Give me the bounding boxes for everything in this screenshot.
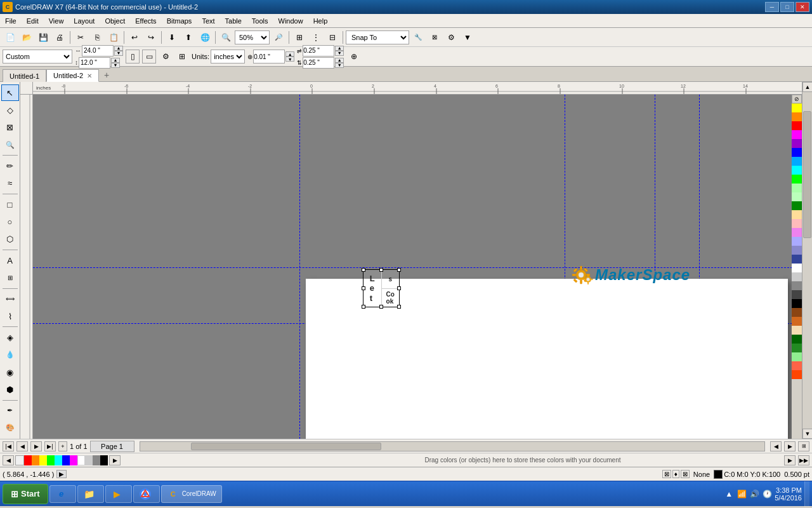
snap-btn[interactable]: 🔧 — [410, 30, 426, 45]
palette-purple[interactable] — [792, 139, 802, 148]
snap-indicator-3[interactable]: ⊠ — [681, 470, 690, 478]
dup-v-up[interactable]: ▲ — [335, 58, 344, 63]
table-tool[interactable]: ⊞ — [1, 269, 19, 286]
add-page-btn[interactable]: + — [58, 441, 67, 451]
taskbar-media[interactable]: ▶ — [105, 485, 132, 503]
palette-lightgray[interactable] — [792, 272, 802, 281]
taskbar-explorer[interactable]: 📁 — [77, 485, 104, 503]
handle-bl[interactable] — [362, 305, 365, 309]
eyedrop-tool[interactable]: 💧 — [1, 347, 19, 363]
menu-bitmaps[interactable]: Bitmaps — [162, 14, 197, 28]
copy-button[interactable]: ⎘ — [89, 30, 105, 45]
polygon-tool[interactable]: ⬡ — [1, 231, 19, 248]
scroll-track-v[interactable] — [802, 92, 812, 429]
tab-add-button[interactable]: + — [100, 69, 113, 81]
palette-forestgreen[interactable] — [792, 344, 802, 352]
width-up[interactable]: ▲ — [114, 46, 123, 51]
view-full-btn[interactable]: ⊞ — [292, 30, 307, 45]
portrait-btn[interactable]: ▯ — [126, 50, 140, 64]
h-scroll-thumb[interactable] — [191, 443, 381, 450]
palette-black[interactable] — [792, 299, 802, 308]
page-name-btn[interactable]: Page 1 — [90, 441, 134, 452]
shape-tool[interactable]: ◇ — [1, 102, 19, 118]
h-white[interactable] — [77, 455, 85, 465]
palette-brown[interactable] — [792, 308, 802, 317]
cut-button[interactable]: ✂ — [73, 30, 88, 45]
dup-v-down[interactable]: ▼ — [335, 63, 344, 68]
palette-darkgreen[interactable] — [792, 201, 802, 210]
palette-darkgray[interactable] — [792, 290, 802, 299]
palette-chocolate[interactable] — [792, 317, 802, 326]
snap-indicator-2[interactable]: ♦ — [672, 470, 679, 478]
paste-button[interactable]: 📋 — [106, 30, 121, 45]
handle-mr[interactable] — [397, 286, 401, 290]
outline-tool[interactable]: ✒ — [1, 402, 19, 418]
menu-view[interactable]: View — [44, 14, 69, 28]
palette-scroll-right[interactable]: ▶ — [109, 455, 121, 465]
ellipse-tool[interactable]: ○ — [1, 213, 19, 230]
h-gray[interactable] — [93, 455, 100, 465]
palette-pink[interactable] — [792, 219, 802, 228]
zoom-tool[interactable]: 🔍 — [1, 137, 19, 153]
print-button[interactable]: 🖨 — [52, 30, 67, 45]
h-orange[interactable] — [32, 455, 39, 465]
canvas-area[interactable]: inches -8 -6 -4 -2 0 2 4 6 8 — [20, 82, 812, 439]
show-desktop-btn[interactable] — [804, 481, 809, 507]
h-magenta[interactable] — [70, 455, 77, 465]
h-cyan[interactable] — [55, 455, 62, 465]
dup-h-input[interactable] — [303, 45, 334, 57]
crop-tool[interactable]: ⊠ — [1, 119, 19, 136]
menu-effects[interactable]: Effects — [130, 14, 161, 28]
h-silver[interactable] — [85, 455, 93, 465]
close-button[interactable]: ✕ — [796, 2, 809, 12]
palette-dkgreen[interactable] — [792, 335, 802, 344]
palette-yellow[interactable] — [792, 104, 802, 112]
text-tool[interactable]: A — [1, 252, 19, 269]
scroll-thumb-v[interactable] — [803, 111, 811, 238]
palette-white[interactable] — [792, 264, 802, 272]
makerspace-logo[interactable]: MakerSpace — [571, 265, 690, 285]
tab-untitled2[interactable]: Untitled-2 ✕ — [46, 69, 99, 82]
rectangle-tool[interactable]: □ — [1, 196, 19, 213]
h-nocolor[interactable] — [15, 455, 24, 465]
menu-table[interactable]: Table — [220, 14, 247, 28]
palette-aqua[interactable] — [792, 166, 802, 175]
page-size-select[interactable]: Custom Letter A4 — [3, 50, 72, 64]
zoom-in-button[interactable]: 🔍 — [218, 30, 233, 45]
handle-br[interactable] — [397, 305, 401, 309]
view-guide-btn[interactable]: ⊟ — [325, 30, 340, 45]
menu-text[interactable]: Text — [197, 14, 219, 28]
palette-cornflower[interactable] — [792, 246, 802, 255]
taskbar-coreldraw[interactable]: C CorelDRAW — [161, 485, 222, 503]
palette-pale-green[interactable] — [792, 192, 802, 201]
dup-h-up[interactable]: ▲ — [335, 46, 344, 51]
palette-wheat[interactable] — [792, 326, 802, 335]
export-button[interactable]: ⬆ — [181, 30, 196, 45]
height-down[interactable]: ▼ — [111, 63, 120, 68]
handle-ml[interactable] — [362, 286, 365, 290]
zoom-select[interactable]: 50% 25% 75% 100% — [235, 30, 270, 44]
palette-lightgreen[interactable] — [792, 184, 802, 192]
view-grid-btn[interactable]: ⋮ — [308, 30, 324, 45]
smart-draw-tool[interactable]: ≈ — [1, 175, 19, 192]
import-button[interactable]: ⬇ — [164, 30, 180, 45]
palette-cyan[interactable] — [792, 157, 802, 166]
menu-window[interactable]: Window — [273, 14, 308, 28]
nudge-down[interactable]: ▼ — [285, 57, 294, 62]
snap-to-select[interactable]: Snap To — [346, 30, 409, 44]
smart-fill-tool[interactable]: ⬢ — [1, 381, 19, 398]
palette-tomato[interactable] — [792, 361, 802, 370]
scroll-down-button[interactable]: ▼ — [802, 429, 812, 439]
palette-violet[interactable] — [792, 228, 802, 237]
color-tool[interactable]: 🎨 — [1, 420, 19, 436]
zoom-out-button[interactable]: 🔎 — [271, 30, 286, 45]
menu-tools[interactable]: Tools — [247, 14, 273, 28]
h-scrollbar[interactable] — [140, 441, 765, 451]
palette-orangered[interactable] — [792, 370, 802, 379]
handle-tl[interactable] — [362, 268, 365, 272]
coord-snap-btn[interactable]: ▶ — [56, 470, 67, 478]
no-color-swatch[interactable]: ⊘ — [792, 95, 802, 104]
last-page-btn[interactable]: ▶| — [44, 441, 56, 451]
h-blue[interactable] — [62, 455, 70, 465]
open-button[interactable]: 📂 — [19, 30, 34, 45]
